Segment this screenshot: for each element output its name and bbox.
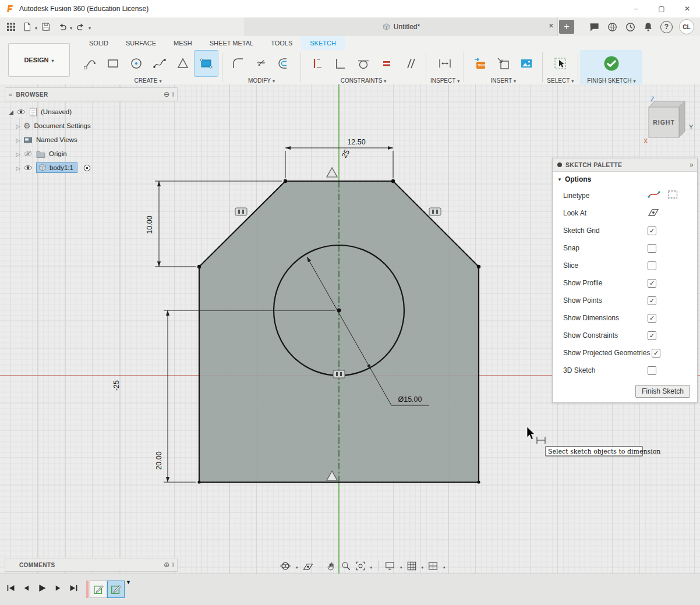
create-menu[interactable]: CREATE [135,76,162,84]
tree-item-named-views[interactable]: Named Views [5,133,178,147]
dimension-diameter[interactable]: Ø15.00 [398,395,422,404]
expand-caret-icon[interactable] [15,164,21,171]
equal-constraint-button[interactable] [375,51,398,76]
look-at-icon[interactable] [648,208,659,219]
redo-icon[interactable] [73,19,89,34]
options-section-header[interactable]: Options [553,172,697,187]
symmetry-constraint-icon[interactable] [429,208,441,215]
browser-minimize-icon[interactable] [164,90,172,98]
grid-settings-icon[interactable] [406,561,417,571]
fillet-tool-button[interactable] [227,51,250,76]
help-icon[interactable]: ? [660,21,673,33]
viewcube-face-label[interactable]: RIGHT [653,119,675,126]
file-menu-caret-icon[interactable] [36,22,37,32]
line-tool-button[interactable] [78,51,101,76]
tab-tools[interactable]: TOOLS [262,36,301,50]
tab-sheet-metal[interactable]: SHEET METAL [201,36,262,50]
sketch-profile[interactable] [199,181,479,482]
new-tab-button[interactable]: + [559,20,574,34]
go-to-end-button[interactable] [69,583,79,593]
finish-sketch-menu[interactable]: FINISH SKETCH [587,76,635,84]
orbit-caret-icon[interactable] [295,561,298,571]
show-points-checkbox[interactable] [648,296,656,305]
sketch-point[interactable] [477,480,480,483]
sketch-point[interactable] [197,480,200,483]
origin-constraint-icon[interactable] [333,370,345,378]
job-status-clock-icon[interactable] [624,21,636,33]
sketch-grid-checkbox[interactable] [648,227,656,235]
tab-solid[interactable]: SOLID [80,36,117,50]
insert-svg-button[interactable] [468,51,492,76]
selected-body-item[interactable]: body1:1 [36,162,77,173]
parallel-constraint-button[interactable] [398,51,422,76]
user-avatar[interactable]: CL [679,19,694,34]
offset-tool-button[interactable] [273,51,296,76]
maximize-button[interactable]: ▢ [649,0,674,17]
display-settings-icon[interactable] [384,561,395,571]
trim-tool-button[interactable] [250,51,273,76]
inspect-menu[interactable]: INSPECT [430,76,459,84]
polygon-tool-button[interactable] [171,51,195,76]
snap-checkbox[interactable] [648,244,656,253]
perpendicular-constraint-button[interactable] [328,51,352,76]
fit-caret-icon[interactable] [370,561,373,571]
tree-item-label[interactable]: Document Settings [34,122,91,129]
palette-expand-icon[interactable] [690,161,697,169]
dimension-bottom-height[interactable]: 20.00 [155,451,163,469]
viewcube-right-face[interactable] [679,101,685,137]
comments-header[interactable]: COMMENTS [5,558,178,572]
measure-tool-button[interactable] [433,51,457,76]
circle-center-point[interactable] [337,309,341,313]
horizontal-vertical-constraint-button[interactable] [305,51,328,76]
constraints-menu[interactable]: CONSTRAINTS [341,76,387,84]
browser-collapse-icon[interactable] [5,91,16,98]
show-profile-checkbox[interactable] [648,279,656,288]
sketch-point[interactable] [284,179,287,183]
tree-item-body[interactable]: body1:1 [5,161,178,175]
timeline-sketch-feature-selected[interactable] [107,581,125,598]
rollback-bar[interactable] [86,581,89,598]
insert-decal-button[interactable] [492,51,515,76]
feedback-icon[interactable] [588,21,600,33]
symmetry-constraint-icon[interactable] [235,208,247,215]
go-to-start-button[interactable] [6,583,16,593]
fit-icon[interactable] [355,561,366,571]
app-grid-icon[interactable] [3,19,19,34]
body-target-icon[interactable] [83,164,91,172]
viewcube[interactable]: RIGHT Z Y X [641,94,694,146]
tab-sketch[interactable]: SKETCH [301,36,345,50]
play-button[interactable] [37,583,47,593]
tab-mesh[interactable]: MESH [165,36,201,50]
show-dimensions-checkbox[interactable] [648,314,656,323]
show-projected-geometries-checkbox[interactable] [652,349,660,358]
timeline-sketch-feature[interactable] [90,581,107,598]
redo-caret-icon[interactable] [90,22,91,32]
visibility-eye-icon[interactable] [16,108,26,115]
tree-item-document-settings[interactable]: Document Settings [5,119,178,133]
modify-menu[interactable]: MODIFY [248,76,275,84]
sketch-point[interactable] [477,265,480,268]
dimension-left-height[interactable]: 10.00 [146,215,154,233]
document-tab[interactable]: Untitled* ✕ [245,17,558,36]
step-forward-button[interactable] [54,583,62,593]
tree-item-label[interactable]: (Unsaved) [41,108,72,115]
root-expand-icon[interactable] [8,108,14,115]
palette-header[interactable]: SKETCH PALETTE [553,158,697,172]
viewports-icon[interactable] [427,561,439,571]
undo-caret-icon[interactable] [71,22,72,32]
select-menu[interactable]: SELECT [547,76,574,84]
two-point-rectangle-tool-button[interactable] [195,51,218,76]
design-workspace-menu[interactable]: DESIGN [8,43,70,77]
visibility-eye-off-icon[interactable] [23,150,33,157]
tangent-constraint-button[interactable] [352,51,375,76]
show-constraints-checkbox[interactable] [648,331,656,340]
visibility-eye-icon[interactable] [23,164,33,171]
save-icon[interactable] [38,19,54,34]
comments-grip-icon[interactable] [172,562,177,568]
circle-tool-button[interactable] [125,51,148,76]
insert-image-button[interactable] [515,51,538,76]
dimension-top-width[interactable]: 12.50 [347,138,365,146]
file-menu-icon[interactable] [20,19,35,34]
tree-item-label[interactable]: body1:1 [50,164,73,171]
insert-menu[interactable]: INSERT [491,76,517,84]
